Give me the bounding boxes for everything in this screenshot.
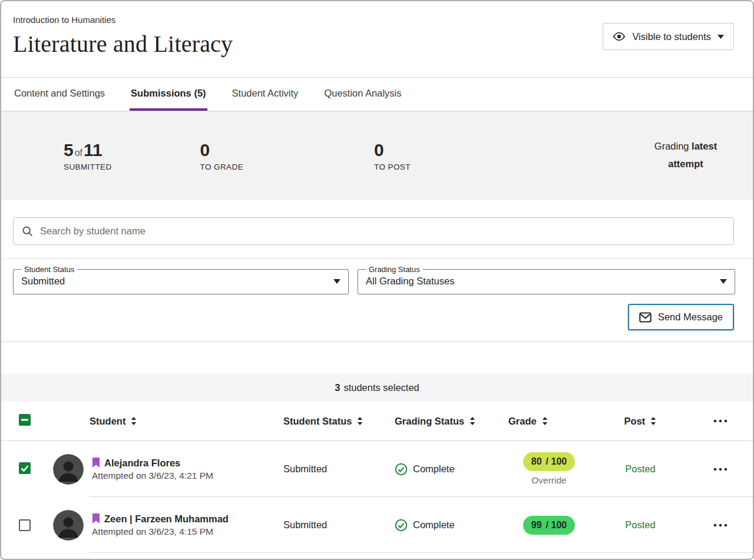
chevron-down-icon bbox=[333, 279, 340, 284]
student-status-cell: Submitted bbox=[281, 463, 390, 475]
post-status[interactable]: Posted bbox=[593, 463, 687, 475]
grading-status-select[interactable]: Grading Status All Grading Statuses bbox=[358, 265, 735, 294]
stat-submitted: 5of11 SUBMITTED bbox=[64, 140, 112, 171]
column-student[interactable]: Student bbox=[42, 416, 281, 427]
grade-pill[interactable]: 80 / 100 bbox=[523, 452, 575, 471]
grade-value: 99 bbox=[531, 520, 542, 531]
student-info: Zeen | Farzeen Muhammad Attempted on 3/6… bbox=[92, 513, 229, 537]
grade-pill[interactable]: 99 / 100 bbox=[523, 516, 575, 535]
student-cell: Zeen | Farzeen Muhammad Attempted on 3/6… bbox=[42, 510, 281, 541]
complete-check-icon bbox=[395, 463, 408, 476]
sort-icon[interactable] bbox=[357, 417, 363, 425]
header-checkbox-cell bbox=[1, 414, 42, 428]
chevron-down-icon bbox=[720, 279, 727, 284]
tab-student-activity[interactable]: Student Activity bbox=[231, 78, 300, 111]
column-grade[interactable]: Grade bbox=[505, 416, 593, 427]
ellipsis-icon bbox=[713, 468, 727, 471]
student-status-select[interactable]: Student Status Submitted bbox=[13, 265, 349, 294]
student-status-value: Submitted bbox=[21, 276, 65, 287]
grading-status-label: Grading Status bbox=[366, 265, 423, 274]
selected-count: 3 bbox=[335, 382, 340, 393]
select-all-checkbox[interactable] bbox=[19, 414, 31, 426]
avatar bbox=[53, 510, 84, 541]
override-label: Override bbox=[531, 475, 566, 486]
search-bar bbox=[13, 217, 734, 245]
column-grading-status-label: Grading Status bbox=[395, 416, 464, 427]
student-info: Alejandra Flores Attempted on 3/6/23, 4:… bbox=[92, 458, 213, 481]
column-student-label: Student bbox=[90, 416, 125, 427]
column-post[interactable]: Post bbox=[593, 416, 687, 427]
sort-icon[interactable] bbox=[542, 417, 548, 425]
table-row[interactable]: Alejandra Flores Attempted on 3/6/23, 4:… bbox=[1, 441, 753, 497]
page: Introduction to Humanities Literature an… bbox=[0, 0, 754, 560]
envelope-icon bbox=[639, 312, 652, 323]
sort-icon[interactable] bbox=[131, 417, 137, 425]
selection-summary: 3 students selected bbox=[1, 374, 753, 402]
search-input[interactable] bbox=[40, 226, 726, 237]
post-status[interactable]: Posted bbox=[593, 519, 687, 531]
header: Introduction to Humanities Literature an… bbox=[1, 1, 753, 78]
divider bbox=[1, 342, 753, 342]
grade-cell: 80 / 100 Override bbox=[505, 452, 593, 486]
grading-status-text: Complete bbox=[413, 519, 455, 531]
student-name[interactable]: Zeen | Farzeen Muhammad bbox=[104, 513, 229, 525]
stat-submitted-value: 5of11 bbox=[64, 140, 112, 160]
grade-out-of: / 100 bbox=[546, 456, 567, 467]
row-options-menu[interactable] bbox=[687, 468, 753, 471]
tab-submissions[interactable]: Submissions (5) bbox=[130, 78, 207, 111]
submitted-count: 5 bbox=[64, 140, 74, 160]
grading-status-text: Complete bbox=[413, 463, 455, 475]
student-status-label: Student Status bbox=[21, 265, 77, 274]
send-message-button[interactable]: Send Message bbox=[628, 304, 734, 330]
submitted-of: of bbox=[74, 148, 84, 158]
bookmark-icon[interactable] bbox=[92, 513, 100, 524]
row-options-menu[interactable] bbox=[687, 523, 753, 527]
grading-status-value: All Grading Statuses bbox=[366, 276, 454, 287]
attempt-timestamp: Attempted on 3/6/23, 4:15 PM bbox=[92, 526, 229, 537]
row-checkbox-cell bbox=[1, 519, 42, 531]
column-grading-status[interactable]: Grading Status bbox=[390, 416, 505, 427]
grading-status-cell: Complete bbox=[390, 463, 505, 476]
row-checkbox-checked[interactable] bbox=[19, 462, 31, 474]
student-cell: Alejandra Flores Attempted on 3/6/23, 4:… bbox=[42, 454, 281, 485]
grading-mode-text: Grading latest attempt bbox=[642, 138, 729, 173]
visibility-label: Visible to students bbox=[632, 31, 711, 42]
grading-status-cell: Complete bbox=[390, 519, 505, 532]
chevron-down-icon bbox=[717, 35, 724, 39]
table-row[interactable]: Zeen | Farzeen Muhammad Attempted on 3/6… bbox=[1, 497, 753, 553]
column-post-label: Post bbox=[624, 416, 646, 427]
stat-to-post-label: TO POST bbox=[374, 163, 411, 171]
tab-content-and-settings[interactable]: Content and Settings bbox=[13, 78, 106, 111]
send-message-row: Send Message bbox=[1, 294, 753, 330]
table-header-row: Student Student Status Grading Status bbox=[1, 402, 753, 441]
tab-question-analysis[interactable]: Question Analysis bbox=[323, 78, 402, 111]
submissions-table: 3 students selected Student Stud bbox=[1, 374, 753, 553]
student-status-cell: Submitted bbox=[281, 519, 390, 531]
column-student-status[interactable]: Student Status bbox=[281, 416, 390, 427]
sort-icon[interactable] bbox=[469, 417, 475, 425]
stat-to-post: 0 TO POST bbox=[374, 140, 411, 171]
row-checkbox-unchecked[interactable] bbox=[19, 519, 31, 531]
student-name[interactable]: Alejandra Flores bbox=[104, 458, 180, 469]
stats-bar: 5of11 SUBMITTED 0 TO GRADE 0 TO POST Gra… bbox=[1, 111, 753, 200]
visibility-button[interactable]: Visible to students bbox=[603, 23, 734, 50]
sort-icon[interactable] bbox=[650, 417, 656, 425]
page-title: Literature and Literacy bbox=[13, 30, 233, 58]
column-student-status-label: Student Status bbox=[283, 416, 352, 427]
grading-prefix: Grading bbox=[654, 141, 689, 151]
stat-submitted-label: SUBMITTED bbox=[64, 163, 112, 171]
grade-value: 80 bbox=[531, 456, 542, 467]
selected-label: students selected bbox=[343, 382, 419, 393]
stat-to-grade-label: TO GRADE bbox=[200, 163, 243, 171]
row-checkbox-cell bbox=[1, 462, 42, 476]
bookmark-icon[interactable] bbox=[92, 458, 100, 468]
complete-check-icon bbox=[395, 519, 408, 532]
table-options-menu[interactable] bbox=[687, 419, 753, 423]
ellipsis-icon bbox=[713, 419, 727, 423]
column-grade-label: Grade bbox=[508, 416, 537, 427]
eye-icon bbox=[613, 30, 626, 43]
stat-to-grade: 0 TO GRADE bbox=[200, 140, 243, 171]
send-message-label: Send Message bbox=[658, 312, 723, 323]
header-titles: Introduction to Humanities Literature an… bbox=[13, 13, 233, 58]
course-name: Introduction to Humanities bbox=[13, 13, 233, 25]
